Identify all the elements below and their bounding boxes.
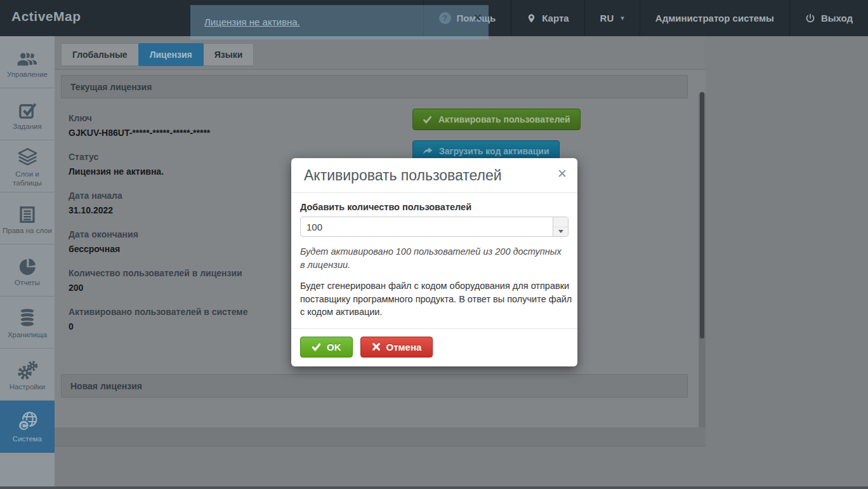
sidebar-item-layer-permissions[interactable]: Права на слои <box>0 192 55 245</box>
tabs: Глобальные Лицензия Языки <box>61 43 253 66</box>
tab-label: Глобальные <box>72 50 128 60</box>
sidebar-item-label: Задания <box>2 123 53 131</box>
scrollbar-thumb[interactable] <box>700 92 704 338</box>
number-spinner <box>553 217 568 236</box>
tab-global[interactable]: Глобальные <box>61 43 139 66</box>
sidebar-item-storages[interactable]: Хранилища <box>0 297 55 349</box>
sidebar-item-label: Права на слои <box>2 227 53 235</box>
banner-close-icon[interactable]: ✕ <box>473 11 482 25</box>
button-label: Отмена <box>386 342 422 352</box>
tasks-checkbox-icon <box>18 97 37 120</box>
cancel-button[interactable]: Отмена <box>360 337 433 358</box>
svg-text:C: C <box>20 421 26 431</box>
sidebar-item-settings[interactable]: Настройки <box>0 349 55 401</box>
activate-users-button[interactable]: Активировать пользователей <box>412 109 581 130</box>
sidebar-item-label: Управление <box>2 70 53 79</box>
sidebar-item-reports[interactable]: Отчеты <box>0 245 55 297</box>
license-notification-banner: Лицензия не активна. ✕ <box>190 5 489 39</box>
section-header-current-license: Текущая лицензия <box>61 75 688 98</box>
section-title: Новая лицензия <box>70 381 142 391</box>
modal-close-icon[interactable]: ✕ <box>557 166 567 181</box>
header-item-map[interactable]: Карта <box>511 0 584 36</box>
sidebar-item-system[interactable]: C Система <box>0 401 55 453</box>
sidebar-navigation: Управление Задания Слои и таблицы <box>0 36 55 486</box>
header-item-label: RU <box>600 13 614 23</box>
header-item-label: Выход <box>821 13 853 23</box>
sidebar-item-label: Отчеты <box>2 279 53 287</box>
modal-note: Будет сгенерирован файл с кодом оборудов… <box>300 279 573 319</box>
sidebar-item-management[interactable]: Управление <box>0 36 55 88</box>
map-pin-icon <box>527 13 536 24</box>
upload-arrow-icon <box>423 147 433 156</box>
layer-permissions-icon <box>18 201 37 224</box>
database-icon <box>18 305 37 328</box>
sidebar-item-label: Хранилища <box>2 331 53 339</box>
x-icon <box>372 342 381 351</box>
arrow-down-icon <box>558 230 563 233</box>
sidebar-item-tasks[interactable]: Задания <box>0 88 55 140</box>
header-menu: ? Помощь Карта RU ▾ Администратор систем… <box>423 0 868 36</box>
scrollbar-track[interactable] <box>699 92 706 441</box>
user-count-label: Добавить количество пользователей <box>300 202 569 212</box>
power-icon <box>805 13 815 23</box>
sidebar-item-label: Настройки <box>2 383 53 391</box>
spinner-down-button[interactable] <box>553 227 568 237</box>
section-title: Текущая лицензия <box>70 82 152 92</box>
field-key: Ключ GJKUV-H86UT-*****-*****-*****-***** <box>69 111 398 140</box>
modal-body: Добавить количество пользователей Будет … <box>291 193 577 319</box>
tab-label: Языки <box>214 50 243 60</box>
modal-footer: OK Отмена <box>291 328 577 366</box>
field-value: GJKUV-H86UT-*****-*****-*****-***** <box>69 126 398 140</box>
users-icon <box>16 45 39 68</box>
button-label: OK <box>327 342 341 352</box>
check-icon <box>312 342 321 352</box>
modal-header: Активировать пользователей ✕ <box>291 158 577 193</box>
section-header-new-license: Новая лицензия <box>61 374 688 398</box>
tab-license[interactable]: Лицензия <box>138 43 204 66</box>
tab-languages[interactable]: Языки <box>203 43 254 66</box>
header-item-current-user[interactable]: Администратор системы <box>640 0 789 36</box>
modal-note-italic: Будет активировано 100 пользователей из … <box>300 245 563 271</box>
tab-label: Лицензия <box>150 50 192 60</box>
layers-icon <box>17 145 38 168</box>
window-bottom-edge <box>0 486 868 489</box>
field-label: Ключ <box>69 111 398 126</box>
pie-chart-icon <box>18 253 37 276</box>
header-item-language-dropdown[interactable]: RU ▾ <box>584 0 640 36</box>
header-item-logout[interactable]: Выход <box>789 0 868 36</box>
gears-icon <box>17 358 38 380</box>
sidebar-item-layers-tables[interactable]: Слои и таблицы <box>0 140 55 192</box>
ok-button[interactable]: OK <box>300 337 353 358</box>
button-label: Загрузить код активации <box>439 146 549 156</box>
modal-title: Активировать пользователей <box>304 167 565 184</box>
header-item-label: Карта <box>542 13 569 23</box>
check-icon <box>423 115 432 124</box>
caret-down-icon: ▾ <box>621 14 624 22</box>
number-input-wrap <box>300 217 569 237</box>
activate-users-modal: Активировать пользователей ✕ Добавить ко… <box>291 158 577 366</box>
application-window: ActiveMap ? Помощь Карта RU ▾ Администра… <box>0 0 868 489</box>
globe-icon: C <box>16 410 39 432</box>
app-logo: ActiveMap <box>11 9 81 24</box>
sidebar-item-label: Система <box>2 435 53 443</box>
license-notification-link[interactable]: Лицензия не активна. <box>204 17 300 27</box>
footer-band <box>55 427 706 446</box>
button-label: Активировать пользователей <box>438 114 570 124</box>
spinner-up-button[interactable] <box>553 217 568 227</box>
sidebar-item-label: Слои и таблицы <box>2 170 53 187</box>
header-item-label: Администратор системы <box>655 13 774 23</box>
user-count-input[interactable] <box>300 217 569 237</box>
